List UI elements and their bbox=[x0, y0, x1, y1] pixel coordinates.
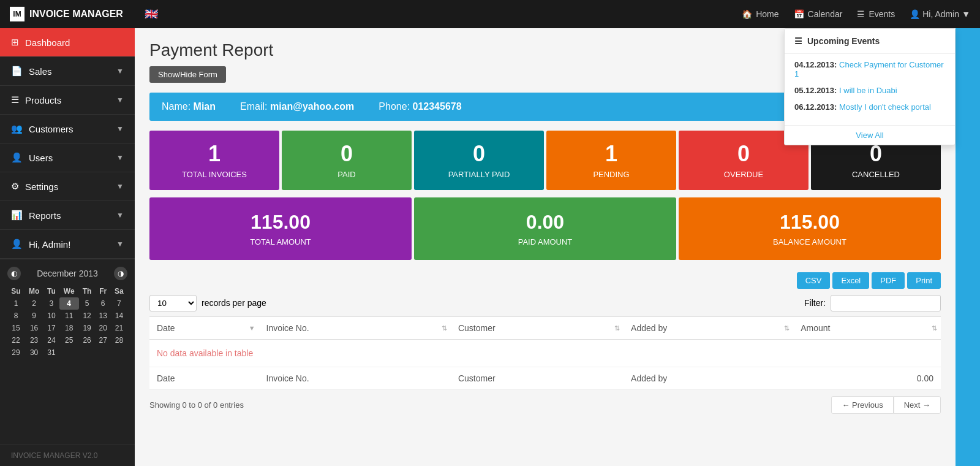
customer-email: Email: mian@yahoo.com bbox=[240, 101, 354, 112]
calendar-header: ◐ December 2013 ◑ bbox=[7, 267, 127, 280]
calendar-day-22[interactable]: 22 bbox=[7, 334, 24, 346]
calendar-day-6[interactable]: 6 bbox=[96, 297, 111, 310]
calendar-day-21[interactable]: 21 bbox=[111, 322, 127, 334]
table-header-date[interactable]: Date▼ bbox=[149, 316, 259, 339]
table-footer-cell-2: Customer bbox=[451, 367, 624, 389]
sidebar-item-label-customers: Customers bbox=[29, 124, 74, 134]
calendar-day-2[interactable]: 2 bbox=[24, 297, 43, 310]
events-link[interactable]: ☰ Events bbox=[857, 9, 895, 19]
stat-label-overdue: OVERDUE bbox=[685, 170, 802, 179]
pdf-button[interactable]: PDF bbox=[872, 272, 905, 289]
calendar-day-1[interactable]: 1 bbox=[7, 297, 24, 310]
sidebar-item-sales[interactable]: 📄 Sales ▼ bbox=[0, 57, 135, 86]
top-navigation: IM INVOICE MANAGER 🇬🇧 🏠 Home 📅 Calendar … bbox=[0, 0, 980, 28]
records-per-page-label: records per page bbox=[202, 298, 266, 308]
show-hide-form-button[interactable]: Show/Hide Form bbox=[149, 66, 226, 83]
calendar-day-30[interactable]: 30 bbox=[24, 346, 43, 359]
calendar-day-header-mo: Mo bbox=[24, 285, 43, 297]
stat-card-paid: 0 PAID bbox=[282, 131, 412, 190]
table-header-invoice-no[interactable]: Invoice No.⇅ bbox=[259, 316, 451, 339]
excel-button[interactable]: Excel bbox=[832, 272, 869, 289]
amount-card-total-amount: 115.00 TOTAL AMOUNT bbox=[149, 197, 412, 260]
sidebar-item-settings[interactable]: ⚙ Settings ▼ bbox=[0, 172, 135, 201]
filter-label: Filter: bbox=[804, 298, 826, 308]
customer-name: Name: Mian bbox=[162, 101, 216, 112]
calendar-day-7[interactable]: 7 bbox=[111, 297, 127, 310]
table-header-added-by[interactable]: Added by⇅ bbox=[624, 316, 793, 339]
calendar-next-btn[interactable]: ◑ bbox=[114, 267, 127, 280]
events-view-all[interactable]: View All bbox=[785, 125, 955, 145]
print-button[interactable]: Print bbox=[907, 272, 941, 289]
calendar-day-8[interactable]: 8 bbox=[7, 310, 24, 322]
calendar-day-20[interactable]: 20 bbox=[96, 322, 111, 334]
event-text[interactable]: I will be in Duabi bbox=[839, 86, 897, 95]
amount-card-paid-amount: 0.00 PAID AMOUNT bbox=[414, 197, 676, 260]
calendar-day-3[interactable]: 3 bbox=[43, 297, 59, 310]
table-actions: CSV Excel PDF Print bbox=[149, 272, 941, 289]
calendar-link[interactable]: 📅 Calendar bbox=[794, 9, 843, 19]
calendar-day-header-sa: Sa bbox=[111, 285, 127, 297]
sidebar-item-dashboard[interactable]: ⊞ Dashboard bbox=[0, 28, 135, 57]
calendar-day-24[interactable]: 24 bbox=[43, 334, 59, 346]
next-button[interactable]: Next → bbox=[894, 396, 941, 414]
table-footer-bar: Showing 0 to 0 of 0 entries ← Previous N… bbox=[149, 396, 941, 414]
top-nav-links: 🏠 Home 📅 Calendar ☰ Events 👤 Hi, Admin ▼ bbox=[742, 9, 970, 19]
brand-name: INVOICE MANAGER bbox=[29, 9, 123, 20]
records-per-page-select[interactable]: 10 25 50 100 bbox=[149, 295, 197, 311]
event-text[interactable]: Mostly I don't check portal bbox=[839, 102, 931, 112]
calendar-day-header-we: We bbox=[59, 285, 79, 297]
sidebar-item-products[interactable]: ☰ Products ▼ bbox=[0, 86, 135, 115]
calendar-day-empty bbox=[79, 346, 96, 359]
sales-icon: 📄 bbox=[11, 66, 23, 77]
home-link[interactable]: 🏠 Home bbox=[742, 9, 778, 19]
amount-value-total-amount: 115.00 bbox=[156, 211, 405, 234]
sidebar-item-label-settings: Settings bbox=[25, 181, 58, 192]
sidebar-item-customers[interactable]: 👥 Customers ▼ bbox=[0, 115, 135, 143]
calendar-day-26[interactable]: 26 bbox=[79, 334, 96, 346]
filter-input[interactable] bbox=[831, 295, 941, 311]
calendar-day-23[interactable]: 23 bbox=[24, 334, 43, 346]
calendar-day-29[interactable]: 29 bbox=[7, 346, 24, 359]
sidebar-item-users[interactable]: 👤 Users ▼ bbox=[0, 143, 135, 172]
event-date: 05.12.2013: bbox=[794, 86, 837, 95]
calendar-day-10[interactable]: 10 bbox=[43, 310, 59, 322]
dashboard-icon: ⊞ bbox=[11, 37, 19, 48]
calendar-day-5[interactable]: 5 bbox=[79, 297, 96, 310]
calendar-day-13[interactable]: 13 bbox=[96, 310, 111, 322]
amount-card-balance-amount: 115.00 BALANCE AMOUNT bbox=[679, 197, 941, 260]
sidebar-item-reports[interactable]: 📊 Reports ▼ bbox=[0, 201, 135, 230]
calendar-day-17[interactable]: 17 bbox=[43, 322, 59, 334]
calendar-day-27[interactable]: 27 bbox=[96, 334, 111, 346]
calendar-day-11[interactable]: 11 bbox=[59, 310, 79, 322]
calendar-day-9[interactable]: 9 bbox=[24, 310, 43, 322]
sidebar-version: INVOICE MANAGER V2.0 bbox=[0, 445, 135, 466]
chevron-down-icon: ▼ bbox=[962, 9, 970, 19]
events-dropdown: ☰ Upcoming Events 04.12.2013: Check Paym… bbox=[784, 28, 956, 145]
admin-menu[interactable]: 👤 Hi, Admin ▼ bbox=[910, 9, 970, 19]
table-footer-cell-4: 0.00 bbox=[793, 367, 941, 389]
calendar-day-14[interactable]: 14 bbox=[111, 310, 127, 322]
calendar-day-19[interactable]: 19 bbox=[79, 322, 96, 334]
language-flag[interactable]: 🇬🇧 bbox=[145, 7, 158, 21]
calendar-day-4[interactable]: 4 bbox=[59, 297, 79, 310]
stat-card-partially-paid: 0 PARTIALLY PAID bbox=[414, 131, 544, 190]
calendar-day-18[interactable]: 18 bbox=[59, 322, 79, 334]
calendar-day-12[interactable]: 12 bbox=[79, 310, 96, 322]
calendar-day-31[interactable]: 31 bbox=[43, 346, 59, 359]
calendar-day-28[interactable]: 28 bbox=[111, 334, 127, 346]
calendar-day-15[interactable]: 15 bbox=[7, 322, 24, 334]
previous-button[interactable]: ← Previous bbox=[831, 396, 893, 414]
settings-icon: ⚙ bbox=[11, 181, 19, 192]
sidebar-item-label-reports: Reports bbox=[29, 210, 61, 221]
amount-value-balance-amount: 115.00 bbox=[685, 211, 935, 234]
calendar-day-16[interactable]: 16 bbox=[24, 322, 43, 334]
calendar-prev-btn[interactable]: ◐ bbox=[7, 267, 21, 280]
data-table: Date▼Invoice No.⇅Customer⇅Added by⇅Amoun… bbox=[149, 316, 941, 390]
sidebar-item-admin[interactable]: 👤 Hi, Admin! ▼ bbox=[0, 230, 135, 259]
chevron-icon-reports: ▼ bbox=[116, 211, 124, 220]
calendar-day-25[interactable]: 25 bbox=[59, 334, 79, 346]
table-header-customer[interactable]: Customer⇅ bbox=[451, 316, 624, 339]
table-header-amount[interactable]: Amount⇅ bbox=[793, 316, 941, 339]
amount-label-balance-amount: BALANCE AMOUNT bbox=[685, 237, 935, 246]
csv-button[interactable]: CSV bbox=[797, 272, 831, 289]
